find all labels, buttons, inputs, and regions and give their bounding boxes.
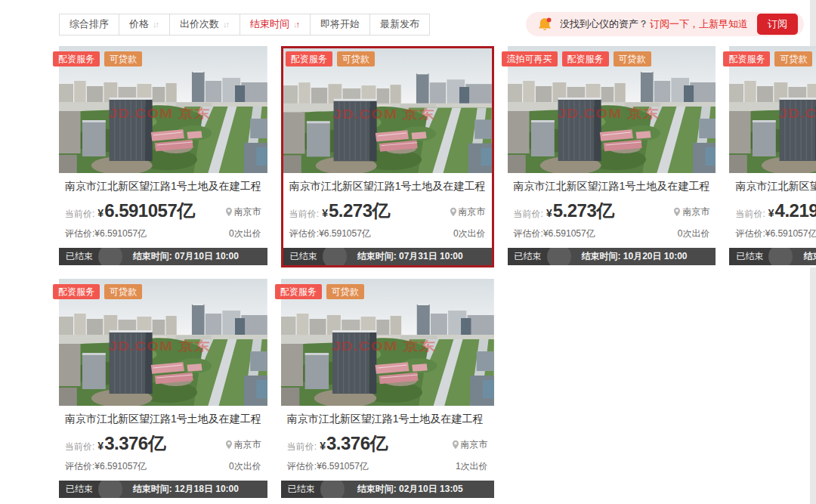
auction-card[interactable]: JD.COM 京东 流拍可再买配资服务可贷款 南京市江北新区望江路1号土地及在建… xyxy=(508,46,716,267)
location-pin-icon xyxy=(225,207,233,217)
end-time: 结束时间: 07月10日 10:00 xyxy=(107,250,267,263)
status-label: 已结束 xyxy=(59,483,107,496)
sort-option[interactable]: 综合排序 xyxy=(59,14,119,36)
tag-red: 配资服务 xyxy=(562,51,609,66)
subscribe-prompt: 没找到心仪的资产？ xyxy=(560,17,648,31)
tag-orange: 可贷款 xyxy=(774,51,812,66)
auction-card[interactable]: JD.COM 京东 配资服务可贷款 南京市江北新区望江路1号土地及在建工程 当前… xyxy=(729,46,816,267)
listing-title: 南京市江北新区望江路1号土地及在建工程 xyxy=(59,406,267,426)
end-time-value: 07月10日 10:00 xyxy=(175,251,239,261)
end-time: 结束时间: 02月10日 13:05 xyxy=(329,483,494,496)
end-time-value: 07月31日 10:00 xyxy=(399,251,463,261)
tag-red: 流拍可再买 xyxy=(502,51,558,66)
appraisal-price: 评估价:¥6.591057亿 xyxy=(735,227,816,240)
location-label: 南京市 xyxy=(682,206,709,218)
bid-count: 0次出价 xyxy=(229,227,261,240)
sort-option-label: 综合排序 xyxy=(70,17,109,31)
location-label: 南京市 xyxy=(234,206,261,218)
location-label: 南京市 xyxy=(234,438,261,451)
subscribe-button[interactable]: 订阅 xyxy=(757,14,798,35)
tag-list: 流拍可再买配资服务可贷款 xyxy=(502,51,651,66)
tag-list: 配资服务可贷款 xyxy=(53,284,142,299)
sort-option[interactable]: 即将开始 xyxy=(310,14,370,36)
property-photo: JD.COM 京东 xyxy=(283,48,492,173)
tag-red: 配资服务 xyxy=(275,284,322,299)
current-price-label: 当前价: xyxy=(65,208,94,221)
end-time: 结束时间: 10月20日 10:00 xyxy=(556,250,716,263)
tag-orange: 可贷款 xyxy=(326,284,364,299)
subscribe-prompt-highlight: 订阅一下，上新早知道 xyxy=(650,17,748,31)
sort-option[interactable]: 最新发布 xyxy=(369,14,430,36)
header: 综合排序 价格 ↓↑ 出价次数 ↓↑ 结束时间 ↓↑ 即将开始 最新发布 没找到… xyxy=(59,12,804,36)
sort-option[interactable]: 结束时间 ↓↑ xyxy=(240,14,311,36)
sort-option[interactable]: 价格 ↓↑ xyxy=(119,14,170,36)
location: 南京市 xyxy=(673,206,709,218)
current-price-value: 5.273亿 xyxy=(553,199,614,223)
sort-bar: 综合排序 价格 ↓↑ 出价次数 ↓↑ 结束时间 ↓↑ 即将开始 最新发布 xyxy=(59,14,430,36)
tag-list: 配资服务可贷款 xyxy=(286,51,375,66)
currency-symbol: ¥ xyxy=(322,207,328,219)
photo-watermark: JD.COM 京东 xyxy=(557,107,659,121)
status-bar: 已结束 结束时间: 12月18日 10:00 xyxy=(59,481,267,498)
meta-row: 评估价:¥6.591057亿 0次出价 xyxy=(508,224,716,248)
status-bar: 已结束 结束时间: 07月31日 10:00 xyxy=(283,248,492,265)
status-bar: 已结束 结束时间: 02月10日 13:05 xyxy=(281,481,494,498)
listing-title: 南京市江北新区望江路1号土地及在建工程 xyxy=(283,173,492,193)
price-row: 当前价: ¥ 3.376亿 南京市 xyxy=(59,426,267,457)
auction-card[interactable]: JD.COM 京东 配资服务可贷款 南京市江北新区望江路1号土地及在建工程 当前… xyxy=(59,46,267,267)
end-time: 结束时间: 07月31日 10:00 xyxy=(332,250,492,263)
photo-watermark: JD.COM 京东 xyxy=(332,107,434,122)
subscribe-banner: 没找到心仪的资产？ 订阅一下，上新早知道 订阅 xyxy=(526,12,804,36)
meta-row: 评估价:¥6.591057亿 0次出价 xyxy=(729,224,816,248)
bid-count: 0次出价 xyxy=(678,227,710,240)
end-time-label: 结束时间: xyxy=(133,484,172,494)
currency-symbol: ¥ xyxy=(546,207,552,219)
tag-list: 配资服务可贷款 xyxy=(53,51,142,66)
end-time: 结束时间: 12月18日 10:00 xyxy=(107,483,267,496)
listing-title: 南京市江北新区望江路1号土地及在建工程 xyxy=(59,173,267,193)
location-label: 南京市 xyxy=(459,206,486,218)
location-pin-icon xyxy=(452,440,459,450)
appraisal-price: 评估价:¥6.591057亿 xyxy=(289,227,371,240)
current-price-value: 5.273亿 xyxy=(329,199,390,223)
location-label: 南京市 xyxy=(461,438,488,451)
meta-row: 评估价:¥6.591057亿 0次出价 xyxy=(59,224,267,248)
sort-option[interactable]: 出价次数 ↓↑ xyxy=(169,14,240,36)
sort-option-label: 出价次数 xyxy=(180,17,219,31)
location: 南京市 xyxy=(225,206,261,218)
status-bar: 已结束 结束时间: 07月10日 10:00 xyxy=(59,248,267,265)
end-time-value: 12月18日 10:00 xyxy=(175,484,239,494)
location-pin-icon xyxy=(673,207,681,217)
tag-red: 配资服务 xyxy=(53,284,100,299)
current-price-label: 当前价: xyxy=(287,441,317,453)
current-price-value: 3.376亿 xyxy=(104,431,165,456)
meta-row: 评估价:¥6.591057亿 0次出价 xyxy=(283,224,492,248)
appraisal-price: 评估价:¥6.591057亿 xyxy=(514,227,595,240)
currency-symbol: ¥ xyxy=(97,207,104,219)
sort-arrows-icon: ↓↑ xyxy=(223,20,230,29)
listing-title: 南京市江北新区望江路1号土地及在建工程 xyxy=(281,406,494,426)
appraisal-price: 评估价:¥6.591057亿 xyxy=(287,460,369,473)
currency-symbol: ¥ xyxy=(320,440,326,452)
auction-card[interactable]: JD.COM 京东 配资服务可贷款 南京市江北新区望江路1号土地及在建工程 当前… xyxy=(59,279,267,498)
auction-card[interactable]: JD.COM 京东 配资服务可贷款 南京市江北新区望江路1号土地及在建工程 当前… xyxy=(281,46,494,267)
price-row: 当前价: ¥ 4.219亿 南京市 xyxy=(729,193,816,224)
tag-red: 配资服务 xyxy=(53,51,100,66)
end-time: 结束时间: 11月27日 10:00 xyxy=(777,250,816,263)
tag-orange: 可贷款 xyxy=(337,51,375,66)
photo-watermark: JD.COM 京东 xyxy=(109,339,211,354)
tag-orange: 可贷款 xyxy=(104,51,142,66)
auction-card[interactable]: JD.COM 京东 配资服务可贷款 南京市江北新区望江路1号土地及在建工程 当前… xyxy=(281,279,494,498)
current-price-label: 当前价: xyxy=(65,441,94,453)
bid-count: 1次出价 xyxy=(456,460,488,473)
sort-arrows-icon: ↓↑ xyxy=(153,20,159,29)
end-time-label: 结束时间: xyxy=(357,251,397,261)
status-bar: 已结束 结束时间: 10月20日 10:00 xyxy=(508,248,716,265)
sort-option-label: 即将开始 xyxy=(320,17,360,31)
price-row: 当前价: ¥ 5.273亿 南京市 xyxy=(508,193,716,224)
current-price-label: 当前价: xyxy=(514,208,543,221)
appraisal-price: 评估价:¥6.591057亿 xyxy=(65,460,147,473)
photo-watermark: JD.COM 京东 xyxy=(109,107,211,121)
appraisal-price: 评估价:¥6.591057亿 xyxy=(65,227,147,240)
current-price-label: 当前价: xyxy=(735,208,765,221)
